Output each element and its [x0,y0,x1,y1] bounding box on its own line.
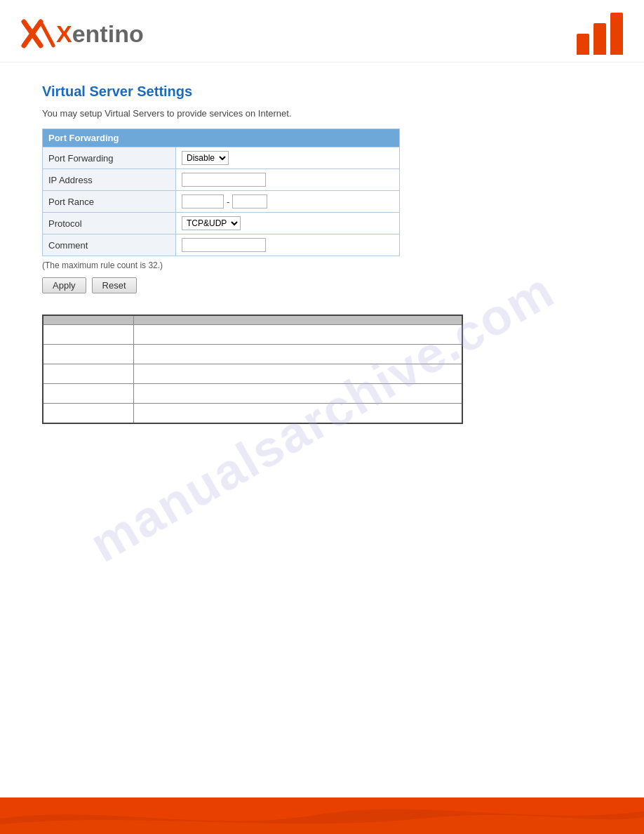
max-rule-note: (The maximum rule count is 32.) [42,260,602,270]
comment-input[interactable] [182,238,266,252]
form-row-ip-address: IP Address [43,169,400,191]
form-buttons: Apply Reset [42,277,602,293]
value-ip-address [176,169,400,191]
form-row-port-range: Port Rance - [43,191,400,213]
label-protocol: Protocol [43,213,176,234]
table-cell [43,384,134,404]
form-row-protocol: Protocol TCP&UDP TCP UDP [43,213,400,234]
port-range-from-input[interactable] [182,194,224,208]
table-cell [43,325,134,345]
ip-address-input[interactable] [182,173,266,187]
logo-text: Xentino [56,20,144,48]
port-forwarding-form: Port Forwarding Port Forwarding Disable … [42,128,400,256]
port-range-container: - [182,194,394,208]
header-bar-3 [610,13,623,55]
value-protocol: TCP&UDP TCP UDP [176,213,400,234]
protocol-select[interactable]: TCP&UDP TCP UDP [182,216,241,230]
table-cell [43,404,134,423]
header-bar-2 [593,23,606,55]
value-port-range: - [176,191,400,213]
table-row [43,345,462,364]
table-cell [134,325,462,345]
results-header-col1 [43,315,134,325]
results-table [42,315,463,424]
header-bar-1 [577,34,589,55]
main-content: Virtual Server Settings You may setup Vi… [0,62,644,452]
table-row [43,384,462,404]
logo-icon [21,19,56,48]
reset-button[interactable]: Reset [92,277,137,293]
page-description: You may setup Virtual Servers to provide… [42,108,602,119]
table-row [43,364,462,384]
page-title: Virtual Server Settings [42,84,602,100]
apply-button[interactable]: Apply [42,277,86,293]
table-cell [43,345,134,364]
svg-line-2 [41,22,53,46]
port-forwarding-select[interactable]: Disable Enable [182,151,229,165]
label-port-range: Port Rance [43,191,176,213]
footer-wave [0,797,644,834]
table-cell [134,404,462,423]
table-cell [134,384,462,404]
logo: Xentino [21,19,144,48]
port-range-separator: - [227,197,229,207]
table-row [43,325,462,345]
footer [0,797,644,834]
value-port-forwarding: Disable Enable [176,147,400,169]
label-ip-address: IP Address [43,169,176,191]
table-cell [134,364,462,384]
table-cell [43,364,134,384]
label-comment: Comment [43,234,176,256]
form-row-port-forwarding: Port Forwarding Disable Enable [43,147,400,169]
form-row-comment: Comment [43,234,400,256]
form-section-header: Port Forwarding [43,129,400,147]
results-header-col2 [134,315,462,325]
value-comment [176,234,400,256]
header-bars-decoration [577,13,623,55]
port-range-to-input[interactable] [232,194,267,208]
table-row [43,404,462,423]
header: Xentino [0,0,644,62]
table-cell [134,345,462,364]
label-port-forwarding: Port Forwarding [43,147,176,169]
